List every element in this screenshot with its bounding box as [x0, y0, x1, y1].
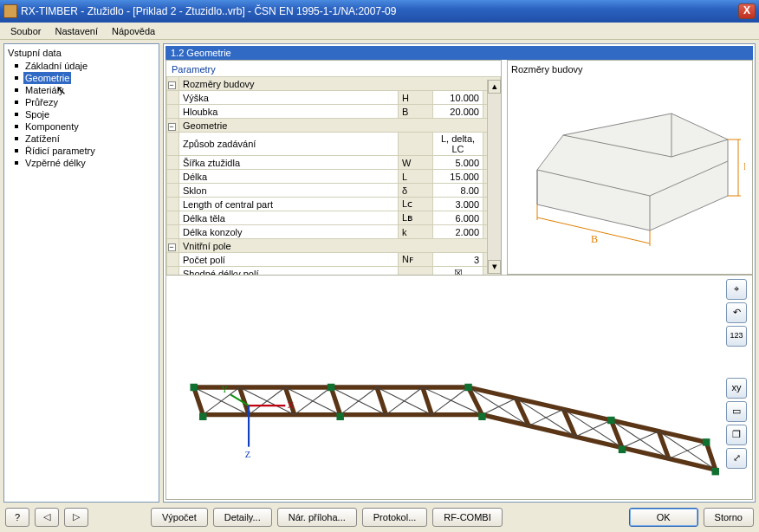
panel-header: 1.2 Geometrie — [165, 46, 753, 60]
tool-button[interactable]: ❐ — [726, 425, 747, 445]
scroll-up-icon[interactable]: ▴ — [488, 80, 501, 94]
app-icon — [3, 4, 17, 18]
nav-item[interactable]: Materiály ↖ — [8, 84, 155, 96]
nav-item[interactable]: Základní údaje — [8, 60, 155, 72]
svg-rect-54 — [199, 413, 206, 420]
scroll-down-icon[interactable]: ▾ — [488, 260, 501, 274]
building-diagram: B H — [511, 75, 745, 256]
menu-help[interactable]: Nápověda — [105, 24, 162, 38]
tool-button[interactable]: ▭ — [726, 401, 747, 422]
svg-line-28 — [249, 387, 285, 415]
tool-button[interactable]: 123 — [726, 326, 747, 347]
param-value[interactable]: 10.000 — [433, 91, 483, 105]
svg-rect-56 — [478, 413, 485, 420]
svg-rect-62 — [607, 417, 614, 424]
svg-line-34 — [386, 387, 423, 415]
timber-model: X Y Z — [166, 276, 752, 499]
svg-line-32 — [341, 387, 377, 415]
scrollbar[interactable]: ▴ ▾ — [487, 80, 501, 274]
menu-settings[interactable]: Nastavení — [48, 24, 105, 38]
navigator-panel: Vstupní data Základní údaje Geometrie Ma… — [3, 43, 159, 503]
parameters-table: Parametry −Rozměry budovy VýškaH10.000m … — [165, 60, 502, 275]
svg-line-53 — [669, 442, 706, 458]
svg-line-47 — [529, 409, 563, 425]
close-button[interactable]: X — [738, 3, 756, 19]
tool-button[interactable]: ⤢ — [726, 448, 747, 469]
svg-line-45 — [482, 399, 516, 415]
svg-text:X: X — [287, 400, 294, 410]
svg-rect-59 — [190, 384, 197, 391]
nav-item[interactable]: Řídicí parametry — [8, 145, 155, 157]
title-bar: RX-TIMBER - Ztužidlo - [Priklad 2 - Ztuz… — [0, 0, 759, 23]
annex-button[interactable]: Nár. příloha... — [277, 508, 357, 527]
svg-line-51 — [622, 431, 658, 448]
view-toolbar: ⌖ ↶ 123 xy ▭ ❐ ⤢ — [726, 279, 749, 469]
rfcombi-button[interactable]: RF-COMBI — [432, 508, 502, 527]
nav-item[interactable]: Zatížení — [8, 133, 155, 145]
details-button[interactable]: Detaily... — [213, 508, 272, 527]
nav-item[interactable]: Průřezy — [8, 96, 155, 108]
nav-title: Vstupní data — [8, 48, 155, 58]
svg-text:Z: Z — [245, 450, 250, 459]
protocol-button[interactable]: Protokol... — [362, 508, 428, 527]
svg-text:Y: Y — [221, 385, 228, 394]
tool-button[interactable]: ⌖ — [726, 279, 747, 300]
help-button[interactable]: ? — [5, 508, 29, 527]
svg-line-38 — [482, 415, 715, 470]
nav-item[interactable]: Komponenty — [8, 120, 155, 133]
svg-rect-60 — [328, 384, 334, 391]
svg-line-30 — [295, 387, 331, 415]
nav-tree: Základní údaje Geometrie Materiály ↖ Prů… — [8, 60, 155, 169]
svg-text:H: H — [743, 160, 745, 172]
svg-rect-63 — [703, 438, 710, 445]
ok-button[interactable]: OK — [629, 508, 698, 527]
svg-rect-58 — [712, 468, 719, 475]
nav-item[interactable]: Spoje — [8, 108, 155, 120]
footer-bar: ? ◁ ▷ Výpočet Detaily... Nár. příloha...… — [3, 503, 756, 529]
params-title: Parametry — [166, 61, 501, 76]
svg-line-37 — [469, 387, 707, 442]
menu-bar: Soubor Nastavení Nápověda — [0, 23, 759, 40]
nav-item[interactable]: Vzpěrné délky — [8, 157, 155, 169]
calc-button[interactable]: Výpočet — [151, 508, 208, 527]
diagram-panel: Rozměry budovy — [507, 60, 753, 275]
3d-view[interactable]: X Y Z ⌖ ↶ 123 xy ▭ ❐ ⤢ — [165, 275, 753, 500]
next-button[interactable]: ▷ — [64, 508, 88, 527]
svg-text:B: B — [591, 233, 598, 245]
param-label: Výška — [179, 91, 399, 105]
cancel-button[interactable]: Storno — [704, 508, 754, 527]
prev-button[interactable]: ◁ — [35, 508, 59, 527]
diagram-title: Rozměry budovy — [511, 64, 749, 75]
tool-button[interactable]: ↶ — [726, 302, 747, 323]
expand-icon[interactable]: − — [167, 77, 179, 91]
svg-rect-61 — [464, 384, 471, 391]
svg-line-49 — [575, 420, 611, 437]
svg-rect-57 — [619, 446, 626, 453]
svg-marker-0 — [537, 114, 728, 230]
menu-file[interactable]: Soubor — [3, 24, 48, 38]
tool-button[interactable]: xy — [726, 378, 747, 399]
window-title: RX-TIMBER - Ztužidlo - [Priklad 2 - Ztuz… — [21, 5, 738, 17]
svg-line-36 — [431, 387, 468, 415]
svg-rect-55 — [336, 413, 343, 420]
nav-item-selected[interactable]: Geometrie — [23, 72, 71, 84]
